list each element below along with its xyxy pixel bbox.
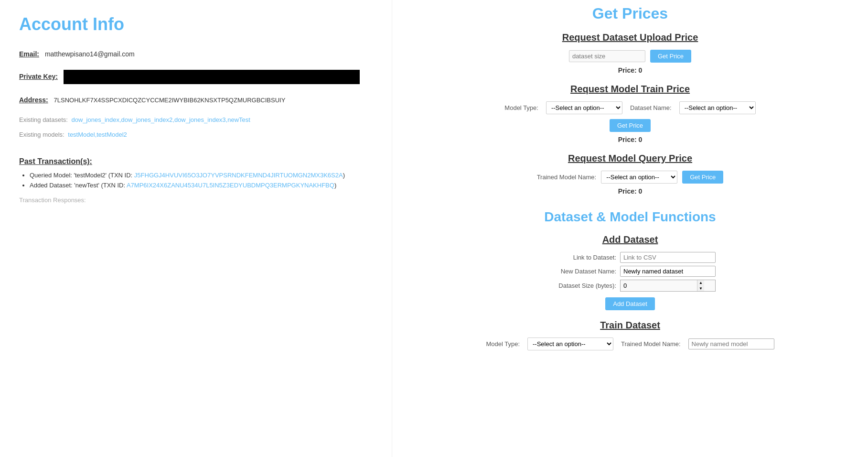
- txn2-text: Added Dataset: 'newTest' (TXN ID:: [30, 182, 127, 189]
- past-transactions-section: Past Transaction(s): Queried Model: 'tes…: [19, 157, 373, 204]
- dataset-size-bytes-spinner[interactable]: ▲ ▼: [620, 280, 716, 292]
- model-type-label-train: Model Type:: [504, 104, 538, 111]
- trained-model-name-label: Trained Model Name:: [537, 174, 597, 181]
- existing-datasets-row: Existing datasets: dow_jones_index,dow_j…: [19, 116, 373, 123]
- left-panel: Account Info Email: matthewpisano14@gmai…: [0, 0, 392, 457]
- txn1-suffix: ): [343, 172, 345, 179]
- dataset-size-bytes-label: Dataset Size (bytes):: [545, 282, 616, 289]
- dataset-name-select-train[interactable]: --Select an option--: [679, 101, 756, 114]
- get-prices-title: Get Prices: [411, 5, 849, 22]
- address-row: Address: 7LSNOHLKF7X4SSPCXDICQZCYCCME2IW…: [19, 95, 373, 106]
- past-transactions-title: Past Transaction(s):: [19, 157, 373, 166]
- link-to-dataset-label: Link to Dataset:: [545, 254, 616, 261]
- right-panel: Get Prices Request Dataset Upload Price …: [392, 0, 868, 457]
- private-key-row: Private Key:: [19, 70, 373, 84]
- add-dataset-form: Link to Dataset: New Dataset Name: Datas…: [411, 252, 849, 310]
- existing-models-label: Existing models:: [19, 131, 64, 138]
- transactions-list: Queried Model: 'testModel2' (TXN ID: J5F…: [19, 172, 373, 189]
- private-key-label: Private Key:: [19, 73, 58, 80]
- model-type-select-train[interactable]: --Select an option--: [546, 101, 622, 114]
- upload-price-value: Price: 0: [411, 66, 849, 74]
- new-dataset-name-input[interactable]: [620, 266, 716, 277]
- get-price-btn-train[interactable]: Get Price: [610, 119, 651, 132]
- transaction-item-1: Queried Model: 'testModel2' (TXN ID: J5F…: [30, 172, 373, 179]
- spinner-up[interactable]: ▲: [697, 280, 704, 286]
- dataset-size-bytes-input[interactable]: [621, 281, 697, 291]
- query-price-title: Request Model Query Price: [411, 153, 849, 164]
- upload-price-title: Request Dataset Upload Price: [411, 32, 849, 43]
- query-price-row: Trained Model Name: --Select an option--…: [411, 171, 849, 184]
- address-value: 7LSNOHLKF7X4SSPCXDICQZCYCCME2IWYBIB62KNS…: [54, 97, 286, 104]
- address-label: Address:: [19, 96, 48, 104]
- existing-datasets-label: Existing datasets:: [19, 116, 68, 123]
- txn1-text: Queried Model: 'testModel2' (TXN ID:: [30, 172, 134, 179]
- upload-price-row: Get Price: [411, 50, 849, 63]
- transaction-responses-label: Transaction Responses:: [19, 196, 373, 204]
- account-info-title: Account Info: [19, 14, 373, 34]
- dataset-size-input[interactable]: [569, 50, 645, 62]
- existing-models-value: testModel,testModel2: [68, 131, 127, 138]
- train-price-title: Request Model Train Price: [411, 84, 849, 95]
- query-price-value: Price: 0: [411, 187, 849, 195]
- spinner-down[interactable]: ▼: [697, 286, 704, 292]
- train-price-value: Price: 0: [411, 136, 849, 143]
- transaction-item-2: Added Dataset: 'newTest' (TXN ID: A7MP6I…: [30, 182, 373, 189]
- train-dataset-title: Train Dataset: [411, 320, 849, 331]
- get-price-btn-upload[interactable]: Get Price: [650, 50, 691, 63]
- trained-model-name-label2: Trained Model Name:: [621, 340, 681, 348]
- add-dataset-title: Add Dataset: [411, 234, 849, 245]
- trained-model-name-input[interactable]: [688, 338, 774, 349]
- email-value: matthewpisano14@gmail.com: [45, 50, 135, 58]
- train-model-type-label: Model Type:: [486, 340, 520, 348]
- train-dataset-section: Train Dataset Model Type: --Select an op…: [411, 320, 849, 350]
- add-dataset-btn[interactable]: Add Dataset: [605, 297, 655, 310]
- link-to-dataset-row: Link to Dataset:: [545, 252, 716, 263]
- dataset-name-label-train: Dataset Name:: [630, 104, 672, 111]
- email-row: Email: matthewpisano14@gmail.com: [19, 49, 373, 59]
- train-model-type-select[interactable]: --Select an option--: [527, 337, 613, 350]
- private-key-value: [64, 70, 360, 84]
- trained-model-select[interactable]: --Select an option--: [601, 171, 677, 184]
- train-price-selects-row: Model Type: --Select an option-- Dataset…: [411, 101, 849, 114]
- train-dataset-row: Model Type: --Select an option-- Trained…: [411, 337, 849, 350]
- get-price-btn-query[interactable]: Get Price: [682, 171, 723, 184]
- spinner-arrows: ▲ ▼: [697, 280, 704, 291]
- txn2-suffix: ): [334, 182, 336, 189]
- existing-datasets-value: dow_jones_index,dow_jones_index2,dow_jon…: [72, 116, 250, 123]
- link-to-dataset-input[interactable]: [620, 252, 716, 263]
- txn1-link[interactable]: J5FHGGJ4HVUVI65O3JO7YVPSRNDKFEMND4JIRTUO…: [134, 172, 343, 179]
- email-label: Email:: [19, 50, 39, 58]
- txn2-link[interactable]: A7MP6IX24X6ZANU4534U7L5IN5Z3EDYUBDMPQ3ER…: [127, 182, 334, 189]
- dataset-model-functions-title: Dataset & Model Functions: [411, 209, 849, 225]
- new-dataset-name-label: New Dataset Name:: [545, 268, 616, 275]
- dataset-size-bytes-row: Dataset Size (bytes): ▲ ▼: [545, 280, 716, 292]
- existing-models-row: Existing models: testModel,testModel2: [19, 131, 373, 138]
- new-dataset-name-row: New Dataset Name:: [545, 266, 716, 277]
